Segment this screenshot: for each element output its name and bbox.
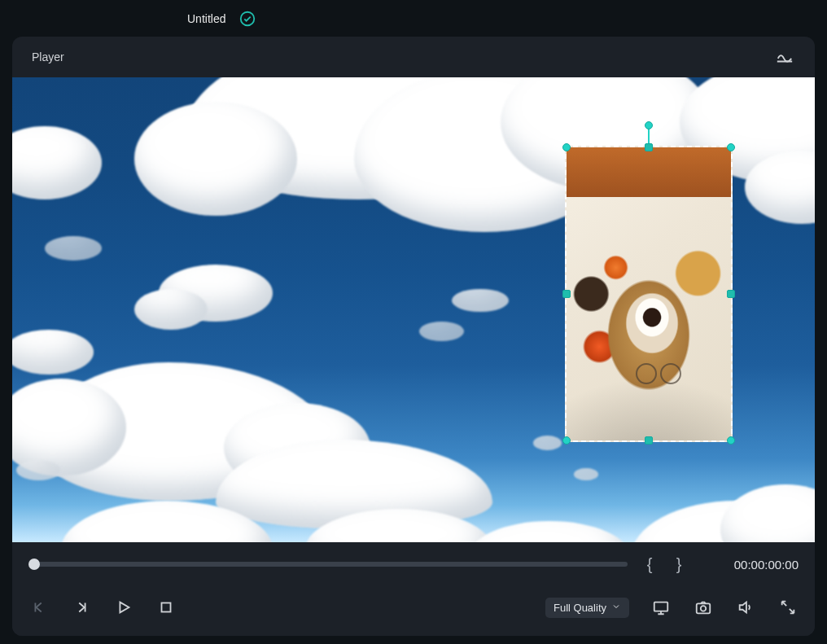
clip-content (567, 147, 731, 440)
project-title: Untitled (187, 12, 225, 25)
chevron-down-icon (611, 602, 621, 614)
saved-check-icon (237, 8, 258, 29)
seek-track[interactable] (28, 562, 628, 567)
stop-button[interactable] (155, 597, 177, 618)
selected-clip[interactable] (565, 146, 733, 442)
title-bar: Untitled (0, 0, 827, 37)
snapshot-button[interactable] (693, 597, 714, 618)
player-panel-header: Player (12, 37, 815, 77)
next-frame-button[interactable] (71, 597, 92, 618)
display-settings-button[interactable] (650, 597, 672, 618)
resize-handle-ml[interactable] (562, 290, 571, 298)
fullscreen-button[interactable] (777, 597, 799, 618)
svg-rect-1 (162, 603, 171, 612)
cloud (134, 289, 208, 330)
cloud (452, 289, 509, 312)
cloud (419, 322, 464, 341)
cloud (45, 236, 102, 261)
timecode-display: 00:00:00:00 (701, 558, 799, 572)
cloud (134, 102, 297, 216)
resize-handle-tl[interactable] (562, 143, 571, 151)
play-button[interactable] (113, 597, 134, 618)
resize-handle-bm[interactable] (645, 436, 653, 445)
clip-content-glasses (636, 363, 685, 381)
player-panel-title: Player (32, 50, 64, 64)
quality-dropdown[interactable]: Full Quality (545, 598, 629, 618)
transport-row: Full Quality (28, 591, 799, 624)
prev-frame-button (28, 597, 50, 618)
svg-rect-3 (697, 603, 711, 613)
svg-rect-2 (654, 602, 668, 611)
mark-in-button[interactable]: { (642, 555, 657, 574)
resize-handle-tr[interactable] (727, 143, 735, 151)
player-panel: Player (12, 37, 815, 636)
preview-viewport[interactable] (12, 77, 815, 542)
cloud (16, 460, 61, 480)
resize-handle-bl[interactable] (562, 436, 571, 445)
cloud (574, 468, 598, 480)
waveform-icon[interactable] (774, 46, 795, 68)
resize-handle-br[interactable] (727, 436, 735, 445)
cloud (533, 436, 562, 450)
player-controls: { } 00:00:00:00 Full Quality (12, 542, 815, 636)
resize-handle-tm[interactable] (645, 143, 653, 151)
svg-point-4 (701, 606, 706, 611)
seek-thumb[interactable] (28, 559, 40, 570)
mark-out-button[interactable]: } (672, 555, 686, 574)
volume-button[interactable] (735, 597, 756, 618)
quality-label: Full Quality (554, 602, 606, 614)
rotation-handle[interactable] (645, 121, 653, 129)
svg-point-0 (241, 11, 255, 25)
timeline-row: { } 00:00:00:00 (28, 552, 799, 576)
resize-handle-mr[interactable] (727, 290, 735, 298)
